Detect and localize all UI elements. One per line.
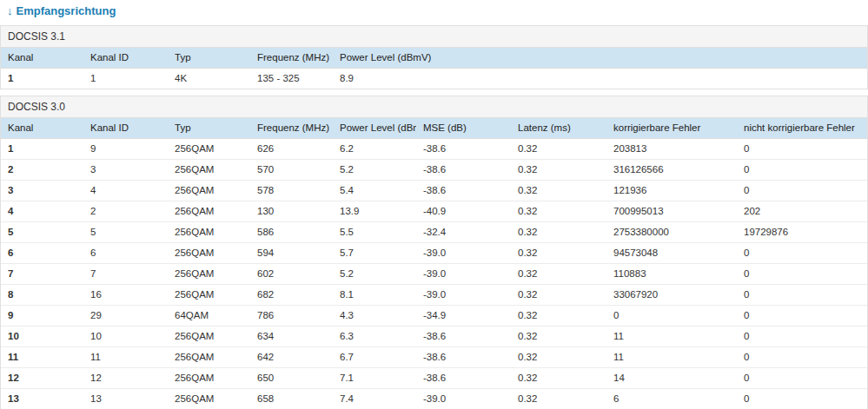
page-title: Empfangsrichtung (17, 4, 116, 17)
table-cell: 6 (606, 389, 737, 409)
table-cell: 0.32 (511, 368, 606, 389)
table-row: 42256QAM13013.9-40.90.32700995013202 (1, 201, 867, 222)
table-cell: 94573048 (606, 243, 737, 264)
table-cell: 19729876 (737, 222, 867, 243)
table-row: 19256QAM6266.2-38.60.322038130 (1, 139, 867, 160)
table-cell: 135 - 325 (250, 69, 333, 89)
docsis31-section-title: DOCSIS 3.1 (1, 26, 867, 48)
table-cell: 5 (1, 222, 83, 243)
table-row: 66256QAM5945.7-39.00.32945730480 (1, 243, 867, 264)
table-cell: 0.32 (511, 327, 606, 347)
table-cell: 1 (83, 69, 168, 89)
table-cell: 256QAM (168, 368, 250, 389)
table-cell: 8.1 (333, 285, 416, 306)
table-cell: -32.4 (416, 222, 511, 243)
table-cell: 4K (168, 69, 250, 89)
table-cell: 0 (737, 368, 867, 389)
table-cell: -39.0 (416, 389, 511, 409)
table-row: 34256QAM5785.4-38.60.321219360 (1, 181, 867, 201)
table-cell: 6 (83, 243, 168, 264)
docsis31-header-row: KanalKanal IDTypFrequenz (MHz)Power Leve… (1, 48, 867, 69)
table-cell: 586 (250, 222, 333, 243)
table-cell: 3 (1, 181, 83, 201)
table-cell: 64QAM (168, 306, 250, 327)
table-cell: 6 (1, 243, 83, 264)
table-cell: 11 (83, 347, 168, 368)
table-cell: 11 (1, 347, 83, 368)
table-cell: 6.7 (333, 347, 416, 368)
table-cell: 9 (1, 306, 83, 327)
table-row: 1212256QAM6507.1-38.60.32140 (1, 368, 867, 389)
table-cell: 130 (250, 201, 333, 222)
table-cell: 5.2 (333, 160, 416, 181)
table-cell: 0 (737, 327, 867, 347)
column-header: Power Level (dBmV) (333, 48, 867, 69)
table-cell: 12 (1, 368, 83, 389)
table-cell: 0.32 (511, 285, 606, 306)
table-row: 1313256QAM6587.4-39.00.3260 (1, 389, 867, 409)
table-cell: 121936 (606, 181, 737, 201)
table-cell: 256QAM (168, 285, 250, 306)
table-cell: 0.32 (511, 243, 606, 264)
table-cell: 8 (1, 285, 83, 306)
table-cell: 12 (83, 368, 168, 389)
table-cell: 11 (606, 347, 737, 368)
table-cell: 1 (1, 69, 83, 89)
table-cell: 256QAM (168, 327, 250, 347)
table-cell: 6.2 (333, 139, 416, 160)
table-cell: 682 (250, 285, 333, 306)
table-cell: 8.9 (333, 69, 867, 89)
table-cell: 13 (1, 389, 83, 409)
table-cell: 0.32 (511, 201, 606, 222)
table-cell: 700995013 (606, 201, 737, 222)
table-cell: 10 (83, 327, 168, 347)
table-cell: 4 (83, 181, 168, 201)
table-row: 77256QAM6025.2-39.00.321108830 (1, 264, 867, 285)
table-cell: -38.6 (416, 181, 511, 201)
table-cell: 578 (250, 181, 333, 201)
table-cell: -40.9 (416, 201, 511, 222)
table-cell: 7.4 (333, 389, 416, 409)
table-cell: 0 (737, 264, 867, 285)
column-header: MSE (dB) (416, 118, 511, 139)
table-cell: 202 (737, 201, 867, 222)
table-cell: 2 (1, 160, 83, 181)
table-cell: 634 (250, 327, 333, 347)
table-cell: -34.9 (416, 306, 511, 327)
table-row: 816256QAM6828.1-39.00.32330679200 (1, 285, 867, 306)
docsis30-table: KanalKanal IDTypFrequenz (MHz)Power Leve… (1, 118, 867, 409)
table-row: 1111256QAM6426.7-38.60.32110 (1, 347, 867, 368)
table-cell: 570 (250, 160, 333, 181)
table-cell: 256QAM (168, 264, 250, 285)
table-cell: 0 (737, 285, 867, 306)
table-cell: 13.9 (333, 201, 416, 222)
table-cell: 16 (83, 285, 168, 306)
table-cell: 0.32 (511, 181, 606, 201)
table-cell: 5.2 (333, 264, 416, 285)
table-cell: 5.7 (333, 243, 416, 264)
table-cell: -38.6 (416, 139, 511, 160)
table-cell: 4 (1, 201, 83, 222)
table-cell: 0.32 (511, 222, 606, 243)
table-cell: 256QAM (168, 222, 250, 243)
table-cell: 0 (737, 389, 867, 409)
table-cell: 0.32 (511, 389, 606, 409)
table-cell: -38.6 (416, 347, 511, 368)
column-header: Kanal ID (83, 118, 168, 139)
table-cell: 7.1 (333, 368, 416, 389)
table-cell: 3 (83, 160, 168, 181)
section-toggle-empfangsrichtung[interactable]: ↓ Empfangsrichtung (0, 3, 868, 25)
column-header: Typ (168, 118, 250, 139)
column-header: korrigierbare Fehler (606, 118, 737, 139)
table-cell: 5.4 (333, 181, 416, 201)
column-header: Kanal (1, 118, 83, 139)
table-cell: 0.32 (511, 347, 606, 368)
table-cell: 10 (1, 327, 83, 347)
table-cell: -39.0 (416, 243, 511, 264)
table-cell: -39.0 (416, 264, 511, 285)
table-cell: 0.32 (511, 160, 606, 181)
table-cell: 13 (83, 389, 168, 409)
table-cell: 594 (250, 243, 333, 264)
down-arrow-icon: ↓ (7, 4, 13, 17)
table-cell: 256QAM (168, 201, 250, 222)
